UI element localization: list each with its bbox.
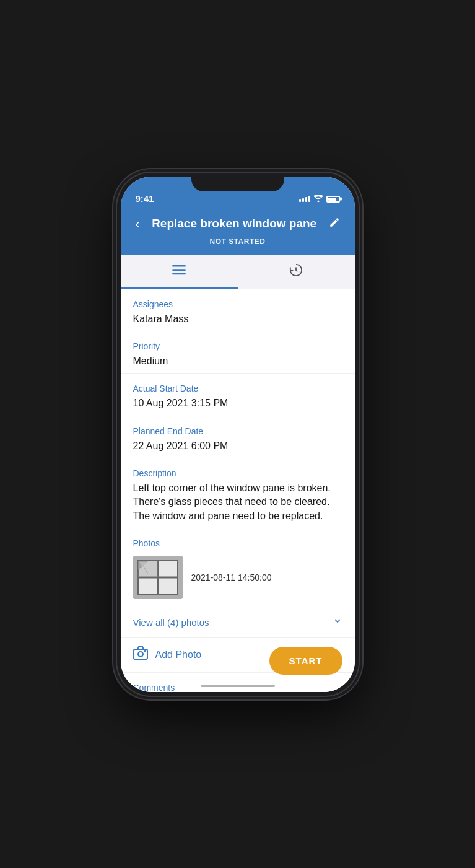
assignees-value: Katara Mass xyxy=(133,312,342,326)
svg-rect-2 xyxy=(172,273,186,274)
priority-label: Priority xyxy=(133,341,342,351)
comments-section: Comments The wall is damaged on the left… xyxy=(121,673,355,691)
header-title: Replace broken window pane xyxy=(142,217,326,231)
priority-section: Priority Medium xyxy=(121,331,355,374)
camera-icon xyxy=(133,646,148,664)
priority-value: Medium xyxy=(133,354,342,368)
view-all-photos-row[interactable]: View all (4) photos xyxy=(121,607,355,638)
tab-bar xyxy=(121,255,355,289)
status-icons xyxy=(299,195,340,204)
battery-icon xyxy=(326,196,340,203)
description-value: Left top corner of the window pane is br… xyxy=(133,481,342,523)
view-all-text: View all (4) photos xyxy=(133,617,209,628)
start-button[interactable]: START xyxy=(269,647,342,675)
svg-point-14 xyxy=(144,651,146,652)
photo-timestamp: 2021-08-11 14:50:00 xyxy=(191,572,272,582)
svg-point-13 xyxy=(138,652,143,657)
planned-end-date-section: Planned End Date 22 Aug 2021 6:00 PM xyxy=(121,416,355,458)
actual-start-date-label: Actual Start Date xyxy=(133,384,342,393)
actual-start-date-section: Actual Start Date 10 Aug 2021 3:15 PM xyxy=(121,374,355,416)
home-indicator xyxy=(201,685,275,687)
status-time: 9:41 xyxy=(136,193,299,204)
tab-history[interactable] xyxy=(238,255,355,289)
add-photo-text: Add Photo xyxy=(155,649,202,660)
photo-row: 2021-08-11 14:50:00 xyxy=(133,556,342,599)
description-label: Description xyxy=(133,468,342,478)
assignees-label: Assignees xyxy=(133,299,342,309)
details-icon xyxy=(172,265,186,279)
wifi-icon xyxy=(313,195,323,204)
photos-label: Photos xyxy=(133,538,342,548)
content-area: Assignees Katara Mass Priority Medium Ac… xyxy=(121,289,355,692)
start-button-container: START xyxy=(269,647,342,675)
planned-end-date-label: Planned End Date xyxy=(133,426,342,436)
back-button[interactable]: ‹ xyxy=(133,214,142,235)
history-icon xyxy=(289,263,303,280)
planned-end-date-value: 22 Aug 2021 6:00 PM xyxy=(133,439,342,453)
description-section: Description Left top corner of the windo… xyxy=(121,458,355,528)
signal-icon xyxy=(299,196,310,202)
chevron-down-icon xyxy=(333,616,342,628)
photos-section: Photos xyxy=(121,528,355,607)
assignees-section: Assignees Katara Mass xyxy=(121,289,355,331)
actual-start-date-value: 10 Aug 2021 3:15 PM xyxy=(133,397,342,410)
svg-rect-1 xyxy=(172,269,186,271)
header: ‹ Replace broken window pane NOT STARTED xyxy=(121,208,355,255)
svg-rect-0 xyxy=(172,265,186,266)
tab-details[interactable] xyxy=(121,255,238,289)
photo-thumbnail[interactable] xyxy=(133,556,183,599)
edit-button[interactable] xyxy=(326,214,342,234)
header-status: NOT STARTED xyxy=(210,237,266,246)
